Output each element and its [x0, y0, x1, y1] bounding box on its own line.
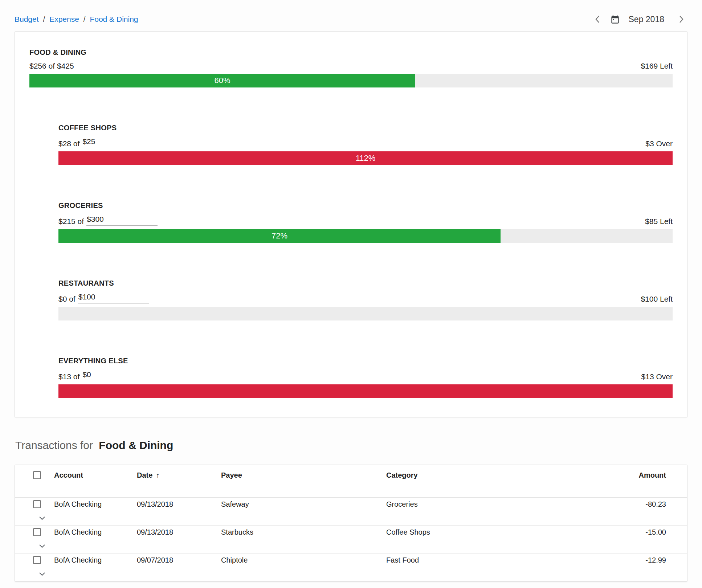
budget-group-restaurants: RESTAURANTS $0 of $100 Left	[58, 279, 673, 320]
cell-amount: -12.99	[634, 556, 674, 564]
budget-page: Budget / Expense / Food & Dining Sep 201…	[0, 0, 702, 582]
spent-label: $256 of $425	[29, 62, 74, 70]
budget-amount-input[interactable]	[86, 215, 158, 226]
progress-bar-fill	[58, 384, 673, 398]
row-checkbox[interactable]	[33, 556, 41, 564]
chevron-left-icon	[595, 15, 600, 24]
spent-label: $13 of	[58, 372, 79, 381]
category-name: EVERYTHING ELSE	[58, 357, 673, 365]
category-name: GROCERIES	[58, 201, 673, 210]
cell-date: 09/13/2018	[137, 500, 221, 509]
column-header-date-label: Date	[137, 471, 152, 479]
table-header-row: Account Date Payee Category Amount	[15, 465, 687, 498]
progress-bar-track: 112%	[58, 151, 673, 165]
cell-date: 09/07/2018	[137, 556, 221, 564]
cell-payee: Chiptole	[221, 556, 386, 564]
progress-percent-label: 72%	[272, 231, 287, 241]
transactions-heading-category: Food & Dining	[99, 439, 173, 451]
breadcrumb: Budget / Expense / Food & Dining	[15, 15, 138, 24]
calendar-button[interactable]	[609, 14, 621, 25]
budget-group-coffee-shops: COFFEE SHOPS $28 of $3 Over 112%	[58, 124, 673, 165]
amounts-row: $28 of $3 Over	[58, 137, 673, 148]
chevron-down-icon	[39, 516, 45, 520]
spent-amount: $0 of	[58, 293, 149, 303]
chevron-down-icon	[39, 544, 45, 548]
calendar-icon	[610, 15, 620, 24]
category-name: RESTAURANTS	[58, 279, 673, 287]
expand-row-button[interactable]	[30, 541, 54, 551]
remaining-label: $169 Left	[641, 62, 673, 70]
cell-account: BofA Checking	[54, 500, 137, 509]
top-bar: Budget / Expense / Food & Dining Sep 201…	[0, 0, 702, 26]
transaction-row[interactable]: BofA Checking 09/13/2018 Safeway Groceri…	[15, 498, 687, 526]
amounts-row: $256 of $425 $169 Left	[29, 62, 673, 70]
spent-label: $0 of	[58, 295, 75, 303]
remaining-label: $85 Left	[645, 217, 673, 226]
cell-amount: -80.23	[634, 500, 674, 509]
next-month-button[interactable]	[677, 13, 686, 26]
transactions-heading: Transactions for Food & Dining	[15, 439, 687, 452]
breadcrumb-food-dining[interactable]: Food & Dining	[90, 15, 138, 24]
spent-amount: $28 of	[58, 137, 153, 148]
category-name: FOOD & DINING	[29, 48, 673, 57]
progress-percent-label: 60%	[215, 76, 230, 85]
breadcrumb-separator: /	[43, 15, 45, 24]
column-header-payee[interactable]: Payee	[221, 471, 386, 479]
spent-amount: $13 of	[58, 370, 153, 381]
chevron-down-icon	[39, 572, 45, 576]
row-checkbox[interactable]	[33, 500, 41, 508]
column-header-category[interactable]: Category	[386, 471, 634, 479]
progress-bar-track: 60%	[29, 74, 673, 87]
prev-month-button[interactable]	[593, 13, 602, 26]
cell-amount: -15.00	[634, 528, 674, 536]
budget-group-groceries: GROCERIES $215 of $85 Left 72%	[58, 201, 673, 243]
progress-bar-fill: 112%	[58, 151, 673, 165]
budget-group-everything-else: EVERYTHING ELSE $13 of $13 Over	[58, 357, 673, 398]
breadcrumb-separator: /	[83, 15, 86, 24]
budget-group-food-dining: FOOD & DINING $256 of $425 $169 Left 60%	[29, 48, 673, 87]
cell-account: BofA Checking	[54, 528, 137, 536]
progress-bar-track	[58, 307, 673, 320]
column-header-account[interactable]: Account	[54, 471, 137, 479]
amounts-row: $0 of $100 Left	[58, 293, 673, 303]
column-header-date[interactable]: Date	[137, 471, 221, 479]
spent-label: $28 of	[58, 139, 79, 148]
transactions-table: Account Date Payee Category Amount BofA …	[15, 465, 687, 582]
current-period-label: Sep 2018	[629, 15, 664, 24]
amounts-row: $215 of $85 Left	[58, 215, 673, 226]
transaction-row[interactable]: BofA Checking 09/13/2018 Starbucks Coffe…	[15, 526, 687, 554]
cell-date: 09/13/2018	[137, 528, 221, 536]
over-label: $3 Over	[645, 139, 673, 148]
progress-bar-fill: 60%	[29, 74, 415, 87]
progress-bar-fill: 72%	[58, 229, 501, 243]
expand-row-button[interactable]	[30, 513, 54, 523]
cell-payee: Starbucks	[221, 528, 386, 536]
cell-account: BofA Checking	[54, 556, 137, 564]
cell-category: Fast Food	[386, 556, 634, 564]
breadcrumb-expense[interactable]: Expense	[49, 15, 79, 24]
cell-category: Coffee Shops	[386, 528, 634, 536]
budget-card: FOOD & DINING $256 of $425 $169 Left 60%…	[15, 31, 687, 417]
budget-amount-input[interactable]	[82, 137, 153, 148]
sort-ascending-icon	[156, 471, 159, 479]
spent-label: $215 of	[58, 217, 84, 226]
amounts-row: $13 of $13 Over	[58, 370, 673, 381]
transactions-heading-prefix: Transactions for	[15, 439, 93, 451]
budget-amount-input[interactable]	[78, 293, 149, 303]
spent-amount: $256 of $425	[29, 62, 74, 70]
expand-row-button[interactable]	[30, 569, 54, 579]
spent-amount: $215 of	[58, 215, 158, 226]
progress-bar-track	[58, 384, 673, 398]
cell-payee: Safeway	[221, 500, 386, 509]
progress-bar-track: 72%	[58, 229, 673, 243]
cell-category: Groceries	[386, 500, 634, 509]
transaction-row[interactable]: BofA Checking 09/07/2018 Chiptole Fast F…	[15, 554, 687, 581]
column-header-amount[interactable]: Amount	[634, 471, 674, 479]
remaining-label: $100 Left	[641, 295, 673, 303]
budget-amount-input[interactable]	[82, 370, 153, 381]
breadcrumb-budget[interactable]: Budget	[15, 15, 39, 24]
progress-percent-label: 112%	[356, 154, 376, 163]
select-all-checkbox[interactable]	[33, 471, 41, 479]
row-checkbox[interactable]	[33, 528, 41, 536]
chevron-right-icon	[679, 15, 684, 24]
